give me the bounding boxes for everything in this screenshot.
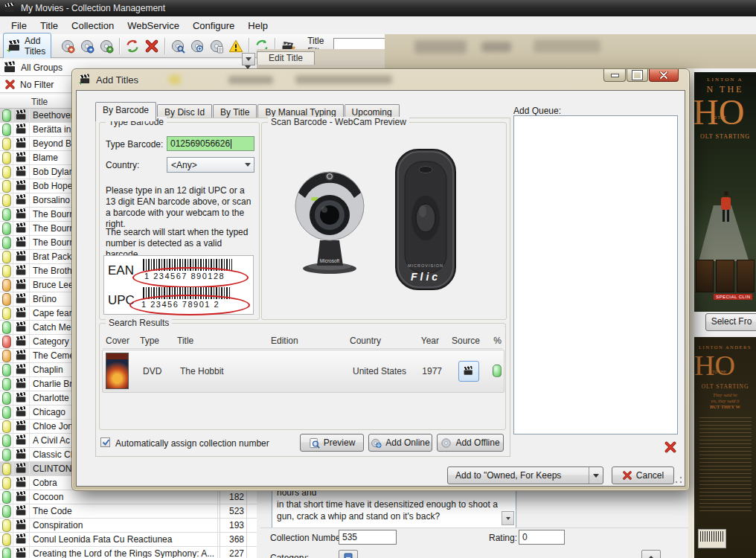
movie-row[interactable]: The Code523 [0, 504, 257, 519]
status-cell [0, 434, 13, 447]
cover-barcode [698, 529, 726, 548]
results-header[interactable]: CoverTypeTitleEditionCountryYearSource% [100, 334, 505, 347]
webcam-image: Microsoft [286, 158, 374, 275]
cover-text: OLT STARTING [694, 383, 756, 390]
glass-blur-fragment [295, 75, 392, 84]
menu-item-webservice[interactable]: WebService [121, 18, 186, 33]
disc-zoom-icon[interactable] [188, 37, 206, 55]
close-button[interactable] [649, 69, 679, 82]
status-cell [0, 533, 13, 546]
movie-type-cell [13, 137, 30, 150]
menu-item-file[interactable]: File [4, 18, 33, 33]
menu-item-collection[interactable]: Collection [65, 18, 121, 33]
add-offline-button[interactable]: Add Offline [437, 434, 504, 452]
resize-grip[interactable] [675, 476, 682, 484]
movie-type-cell [13, 490, 30, 504]
clapperboard-icon [16, 379, 26, 389]
status-cell [0, 462, 13, 475]
status-cell [0, 193, 13, 207]
picker-button[interactable] [641, 550, 661, 558]
movie-type-cell [13, 434, 30, 447]
disc-burn-icon[interactable] [97, 37, 115, 55]
status-yellow-capsule [2, 138, 11, 150]
auto-assign-checkbox[interactable] [100, 437, 110, 447]
movie-row[interactable]: Conspiration193 [0, 519, 257, 533]
movie-type-cell [13, 109, 30, 122]
movie-row[interactable]: Conul Leonida Fata Cu Reactiunea368 [0, 533, 257, 547]
no-filter-icon [4, 79, 16, 90]
instruction-text: Please type in an 12 digit UPC or a 13 d… [106, 185, 253, 230]
status-orange-capsule [2, 279, 11, 292]
status-yellow-capsule [2, 194, 11, 207]
barcode-example-image: EAN 1 234567 890128 UPC 1 23456 78901 2 [103, 255, 254, 315]
movie-row[interactable]: Creating the Lord of the Rings Symphony:… [0, 547, 257, 558]
disc-copy-icon[interactable] [208, 37, 225, 55]
status-yellow-capsule [2, 420, 11, 433]
result-type: DVD [143, 366, 176, 376]
check-icon [101, 437, 111, 447]
warning-icon[interactable] [227, 37, 245, 55]
movie-type-cell [13, 264, 30, 278]
add-online-label: Add Online [385, 437, 429, 448]
disc-lookup-icon[interactable] [169, 37, 187, 55]
scrollbar-gutter [247, 490, 257, 504]
edit-title-tab[interactable]: Edit Title [257, 51, 315, 65]
clapperboard-icon [16, 182, 26, 191]
status-yellow-capsule [2, 265, 11, 278]
combo-arrow-fragment[interactable] [242, 53, 255, 65]
barcode-input[interactable]: 012569056626 [167, 136, 254, 151]
add-online-button[interactable]: Add Online [368, 434, 432, 452]
movie-type-cell [13, 123, 30, 136]
scrollbar-gutter [247, 547, 257, 558]
status-orange-capsule [2, 293, 11, 306]
dialog-titlebar[interactable]: + Add Titles [72, 69, 689, 90]
add-to-group-button[interactable]: Add to "Owned, For Keeps [447, 466, 603, 484]
remove-from-queue-button[interactable] [662, 439, 679, 455]
rating-field[interactable]: 0 [519, 530, 565, 545]
select-from-button[interactable]: Select Fro [705, 313, 756, 331]
cover-text: en, they said it [694, 398, 756, 403]
status-cell [0, 151, 13, 164]
filter-button-label: No Filter [20, 80, 54, 90]
add-titles-button[interactable]: + Add Titles [3, 33, 51, 60]
country-select[interactable]: <Any> [167, 157, 254, 173]
result-row[interactable]: DVDThe HobbitUnited States1977 [102, 350, 504, 393]
movie-type-cell [13, 377, 30, 391]
cancel-button[interactable]: Cancel [612, 466, 674, 484]
clapperboard-icon [16, 167, 26, 177]
menu-item-title[interactable]: Title [33, 18, 65, 33]
status-cell [0, 109, 13, 122]
add-queue-listbox[interactable] [513, 115, 678, 434]
window-titlebar: My Movies - Collection Management [0, 0, 756, 16]
clapperboard-icon [16, 111, 26, 121]
results-column-type: Type [140, 336, 173, 346]
disc-import-icon[interactable] [59, 37, 77, 55]
scroll-down-button[interactable] [502, 511, 514, 525]
menu-bar: FileTitleCollectionWebServiceConfigureHe… [0, 16, 756, 34]
split-button-arrow[interactable] [589, 467, 603, 484]
menu-item-configure[interactable]: Configure [186, 18, 241, 33]
maximize-button[interactable] [627, 69, 648, 82]
dvd-back-cover: LINTON ANDERS HO TO THE OLT STARTING The… [694, 337, 756, 558]
delete-icon[interactable] [143, 37, 161, 55]
preview-button[interactable]: Preview [300, 434, 364, 452]
movie-type-cell [13, 405, 30, 419]
sync-icon[interactable] [124, 37, 141, 55]
collection-number: 182 [217, 490, 247, 504]
category-picker-button[interactable] [339, 550, 358, 558]
movie-row[interactable]: Cocoon182 [0, 490, 257, 504]
collection-number-field[interactable]: 535 [339, 530, 397, 545]
scanner-model-label: Flic [411, 271, 441, 283]
disc-export-icon[interactable] [78, 37, 96, 55]
background-window-area [385, 34, 756, 68]
movie-title: Creating the Lord of the Rings Symphony:… [30, 547, 217, 558]
menu-item-help[interactable]: Help [241, 18, 275, 33]
clapperboard-icon [16, 196, 26, 205]
status-green-capsule [2, 406, 11, 419]
ean-label: EAN [108, 263, 134, 278]
tab-by-barcode[interactable]: By Barcode [95, 102, 156, 121]
preview-icon [309, 437, 320, 449]
status-yellow-capsule [2, 477, 11, 490]
minimize-button[interactable] [603, 69, 626, 82]
movie-type-cell [13, 420, 30, 433]
